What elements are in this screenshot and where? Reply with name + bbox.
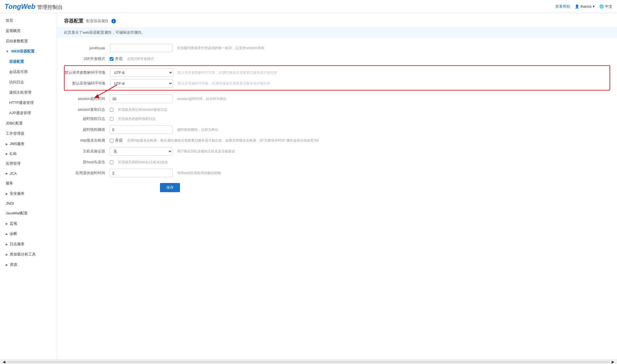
checkbox-jsp-devmode[interactable] bbox=[110, 57, 113, 61]
form-area: jvmRoute 在负载均衡场景中所必须的唯一标识，以支持session亲和 J… bbox=[57, 39, 617, 197]
diagnose-toggle-icon: ▶ bbox=[6, 232, 8, 236]
form-row-slow-attack: http慢攻击检测 开启 启用http慢攻击检测，相关属性修改后需要重启服务器才… bbox=[64, 138, 610, 143]
help-link[interactable]: 查看帮助 bbox=[555, 4, 570, 9]
sidebar-item-jdbc[interactable]: JDBC配置 bbox=[0, 118, 57, 128]
checkbox-label-slow-attack: 开启 bbox=[115, 138, 123, 143]
header-right: 查看帮助 👤 thanos ▾ 🌐 中文 bbox=[555, 4, 612, 9]
select-host-validator[interactable]: 无 严格 宽松 bbox=[110, 147, 173, 156]
sidebar-item-security-svc[interactable]: ▶ 安全服务 bbox=[0, 188, 57, 199]
jca-toggle-icon: ▶ bbox=[6, 172, 8, 175]
scroll-right-btn[interactable]: ▶ bbox=[610, 360, 616, 364]
logo: TongWeb 管理控制台 bbox=[5, 3, 63, 11]
hint-thread-timeout-threshold: 超时线程阈值，以秒为单位 bbox=[177, 127, 610, 132]
sidebar-item-monitor[interactable]: ▶ 监视 bbox=[0, 218, 57, 229]
user-dropdown-icon: ▾ bbox=[593, 4, 595, 9]
web-container-label: WEB容器配置 bbox=[11, 49, 35, 54]
label-host-validator: 主机名验证器 bbox=[64, 149, 110, 154]
classloader-toggle-icon: ▶ bbox=[6, 253, 8, 256]
header: TongWeb 管理控制台 查看帮助 👤 thanos ▾ 🌐 中文 bbox=[0, 0, 617, 13]
select-response-charset[interactable]: UTF-8 GBK ISO-8859-1 GB2312 bbox=[110, 79, 173, 88]
ejb-label: EJB bbox=[10, 152, 17, 156]
checkbox-session-rep-log[interactable] bbox=[110, 108, 113, 112]
bottom-scrollbar: ◀ ▶ bbox=[0, 359, 617, 364]
logo-admin: 管理控制台 bbox=[37, 4, 63, 10]
sidebar-item-classloader[interactable]: ▶ 类加载分析工具 bbox=[0, 249, 57, 260]
globe-icon: 🌐 bbox=[599, 4, 604, 9]
sidebar-item-home[interactable]: 首页 bbox=[0, 15, 57, 26]
sidebar-item-web-container[interactable]: ▼ WEB容器配置 bbox=[0, 46, 57, 57]
main-content: 容器配置 配置容器属性 i 此页显示了web容器配置属性，可编辑这些属性。 jv… bbox=[57, 13, 617, 359]
form-row-app-shutdown: 应用退休超时时间 等待web应用程序卸载的秒数 bbox=[64, 169, 610, 177]
monitor-label: 监视 bbox=[10, 221, 17, 226]
h-scroll-track bbox=[7, 361, 610, 363]
input-jvmroute[interactable] bbox=[110, 44, 173, 52]
save-button[interactable]: 保存 bbox=[160, 183, 180, 192]
sidebar-item-app-mgmt[interactable]: 应用管理 bbox=[0, 158, 57, 169]
page-title-bar: 容器配置 配置容器属性 i bbox=[57, 13, 617, 27]
user-menu[interactable]: 👤 thanos ▾ bbox=[575, 4, 595, 9]
hint-request-charset: 默认请求参数解码字符集，此属性修改后需要重启服务器才能生效 bbox=[178, 70, 610, 75]
input-app-shutdown-timeout[interactable] bbox=[110, 169, 173, 177]
form-row-session-timeout: session超时时间 session超时时间，以分钟为单位 bbox=[64, 94, 610, 103]
user-icon: 👤 bbox=[575, 4, 579, 9]
sidebar-item-task-manager[interactable]: 工作管理器 bbox=[0, 128, 57, 139]
sidebar-item-diagnose[interactable]: ▶ 诊断 bbox=[0, 229, 57, 239]
checkbox-thread-timeout-log[interactable] bbox=[110, 117, 113, 121]
scroll-left-btn[interactable]: ◀ bbox=[1, 360, 7, 364]
sidebar-item-ajp-tunnel[interactable]: AJP通道管理 bbox=[0, 108, 57, 118]
sidebar-item-session-ha[interactable]: 会话高可用 bbox=[0, 67, 57, 77]
sidebar: 首页 监视概览 启动参数配置 ▼ WEB容器配置 容器配置 会话高可用 访问日志… bbox=[0, 13, 57, 359]
hint-session-rep-log: 开启或关闭记录session复制日志 bbox=[118, 107, 610, 112]
label-anti-host: 防host头攻击 bbox=[64, 160, 110, 165]
checkbox-label-jsp: 开启 bbox=[115, 56, 123, 61]
sidebar-item-http-tunnel[interactable]: HTTP通道管理 bbox=[0, 98, 57, 108]
input-thread-timeout-threshold[interactable] bbox=[110, 125, 173, 134]
monitor-toggle-icon: ▶ bbox=[6, 222, 8, 225]
body-wrap: 首页 监视概览 启动参数配置 ▼ WEB容器配置 容器配置 会话高可用 访问日志… bbox=[0, 13, 617, 359]
checkbox-wrap-slow-attack: 开启 bbox=[110, 138, 123, 143]
select-request-charset[interactable]: UTF-8 GBK ISO-8859-1 GB2312 bbox=[110, 68, 173, 77]
sidebar-item-ejb[interactable]: ▶ EJB bbox=[0, 149, 57, 158]
hint-slow-attack: 启用http慢攻击检测，相关属性修改后需要重启服务器才能生效，如果关闭慢攻击检测… bbox=[127, 138, 610, 143]
jca-label: JCA bbox=[10, 171, 17, 176]
classloader-label: 类加载分析工具 bbox=[10, 252, 36, 257]
sidebar-item-startup-config[interactable]: 启动参数配置 bbox=[0, 36, 57, 46]
sidebar-item-access-log[interactable]: 访问日志 bbox=[0, 77, 57, 87]
label-app-shutdown: 应用退休超时时间 bbox=[64, 170, 110, 176]
service-label: 服务 bbox=[6, 181, 13, 186]
jms-toggle-icon: ▶ bbox=[6, 142, 8, 146]
sidebar-item-jms[interactable]: ▶ JMS服务 bbox=[0, 139, 57, 149]
sidebar-item-monitor-overview[interactable]: 监视概览 bbox=[0, 26, 57, 36]
logo-tongweb: TongWeb bbox=[5, 3, 35, 10]
sidebar-item-service[interactable]: 服务 bbox=[0, 178, 57, 188]
info-icon[interactable]: i bbox=[111, 19, 116, 23]
label-jsp-devmode: JSP开发模式 bbox=[64, 56, 110, 61]
checkbox-slow-attack[interactable] bbox=[110, 139, 113, 142]
sidebar-item-javamail[interactable]: JavaMail配置 bbox=[0, 208, 57, 218]
sidebar-item-resources[interactable]: ▶ 资源 bbox=[0, 260, 57, 270]
input-session-timeout[interactable] bbox=[110, 94, 173, 103]
form-row-host-validator: 主机名验证器 无 严格 宽松 用于验证SSL连接的主机名是否被篡改 bbox=[64, 147, 610, 156]
sidebar-item-jca[interactable]: ▶ JCA bbox=[0, 169, 57, 178]
info-text: 此页显示了web容器配置属性，可编辑这些属性。 bbox=[64, 30, 145, 35]
sidebar-item-jndi[interactable]: JNDI bbox=[0, 199, 57, 208]
highlight-group: 默认请求参数解码字符集 UTF-8 GBK ISO-8859-1 GB2312 … bbox=[64, 65, 610, 91]
form-row-jsp-devmode: JSP开发模式 开启 启用JSP开发模式 bbox=[64, 56, 610, 61]
diagnose-label: 诊断 bbox=[10, 231, 17, 236]
monitor-overview-label: 监视概览 bbox=[6, 28, 21, 33]
hint-anti-host: 开启或关闭防host头(主机名)攻击 bbox=[118, 160, 610, 165]
hint-host-validator: 用于验证SSL连接的主机名是否被篡改 bbox=[177, 149, 610, 154]
ajp-tunnel-label: AJP通道管理 bbox=[9, 110, 31, 116]
hint-thread-timeout-log: 开启或关闭超时线程日志 bbox=[118, 116, 610, 121]
save-button-wrap: 保存 bbox=[110, 181, 610, 192]
sidebar-item-container-config[interactable]: 容器配置 bbox=[0, 57, 57, 67]
checkbox-anti-host[interactable] bbox=[110, 160, 113, 164]
hint-session-timeout: session超时时间，以分钟为单位 bbox=[177, 96, 610, 101]
sidebar-item-vhost[interactable]: 虚拟主机管理 bbox=[0, 87, 57, 98]
form-row-thread-timeout-threshold: 超时线程阈值 超时线程阈值，以秒为单位 bbox=[64, 125, 610, 134]
sidebar-item-log-svc[interactable]: ▶ 日志服务 bbox=[0, 239, 57, 249]
ejb-toggle-icon: ▶ bbox=[6, 152, 8, 155]
home-label: 首页 bbox=[6, 18, 13, 23]
lang-menu[interactable]: 🌐 中文 bbox=[599, 4, 612, 9]
startup-config-label: 启动参数配置 bbox=[6, 39, 28, 44]
